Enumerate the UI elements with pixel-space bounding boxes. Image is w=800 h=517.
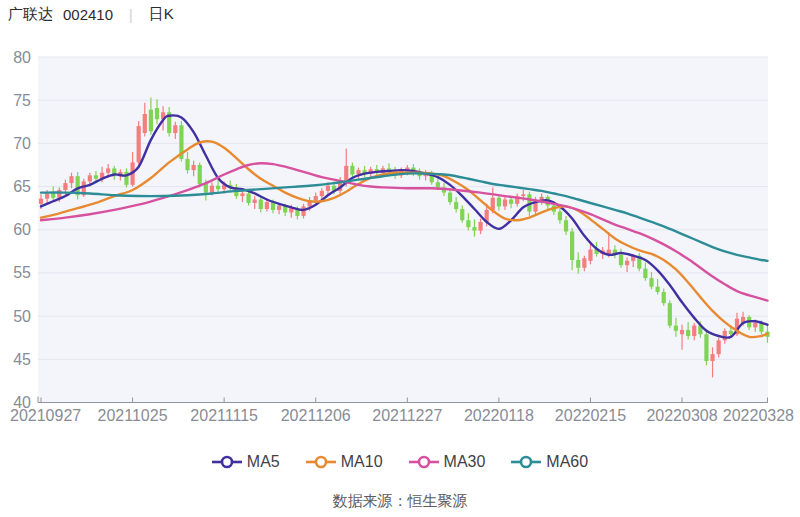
- candle-up: [320, 191, 324, 196]
- legend-label: MA30: [444, 453, 486, 471]
- candle-up: [69, 176, 73, 183]
- legend-item-ma10[interactable]: MA10: [306, 453, 383, 471]
- legend-item-ma60[interactable]: MA60: [511, 453, 588, 471]
- x-axis-label: 20210927: [10, 407, 81, 424]
- candle-up: [192, 165, 196, 170]
- candle-down: [155, 108, 159, 119]
- candle-down: [185, 159, 189, 170]
- x-axis-label: 20220308: [646, 407, 717, 424]
- candle-down: [570, 231, 574, 260]
- candle-down: [246, 193, 250, 203]
- y-axis-label: 70: [13, 135, 31, 152]
- candle-down: [204, 184, 208, 193]
- candle-down: [729, 331, 733, 334]
- candle-down: [149, 110, 153, 132]
- candle-up: [210, 186, 214, 193]
- candle-down: [674, 326, 678, 331]
- candle-down: [350, 166, 354, 175]
- candle-down: [497, 198, 501, 207]
- candle-down: [686, 330, 690, 336]
- candle-up: [45, 193, 49, 198]
- candle-down: [51, 193, 55, 197]
- candle-up: [39, 199, 43, 204]
- candle-up: [588, 250, 592, 261]
- candle-up: [173, 125, 177, 133]
- candle-up: [692, 326, 696, 336]
- candle-up: [277, 206, 281, 210]
- candle-up: [680, 330, 684, 334]
- candle-down: [558, 212, 562, 221]
- legend-label: MA60: [546, 453, 588, 471]
- data-source-note: 数据来源：恒生聚源: [0, 492, 800, 511]
- candle-up: [63, 183, 67, 190]
- candle-up: [326, 186, 330, 191]
- candle-up: [582, 258, 586, 268]
- candle-down: [454, 202, 458, 209]
- candle-up: [137, 126, 141, 162]
- x-axis-label: 20211025: [98, 407, 168, 424]
- candle-up: [143, 114, 147, 133]
- stock-chart-window: 广联达 002410 | 日K 404550556065707580202109…: [0, 0, 800, 517]
- candle-up: [717, 340, 721, 354]
- x-axis-label: 20220215: [555, 407, 626, 424]
- candle-down: [649, 278, 653, 287]
- candle-down: [704, 334, 708, 361]
- candle-down: [472, 227, 476, 230]
- candle-down: [448, 193, 452, 203]
- candle-down: [436, 182, 440, 187]
- candle-down: [466, 220, 470, 227]
- candle-down: [564, 220, 568, 231]
- candle-up: [521, 194, 525, 196]
- candle-down: [460, 209, 464, 220]
- candle-down: [662, 292, 666, 303]
- legend-line-marker-icon: [212, 454, 242, 470]
- y-axis-label: 50: [13, 308, 31, 325]
- candle-up: [57, 190, 61, 198]
- legend-label: MA5: [247, 453, 280, 471]
- legend: MA5MA10MA30MA60: [0, 453, 800, 471]
- candle-up: [625, 261, 629, 265]
- y-axis-label: 80: [13, 49, 31, 66]
- candle-down: [259, 200, 263, 210]
- legend-item-ma30[interactable]: MA30: [409, 453, 486, 471]
- candle-up: [240, 193, 244, 196]
- kline-chart[interactable]: 4045505560657075802021092720211025202111…: [0, 0, 800, 430]
- candle-up: [301, 206, 305, 216]
- legend-line-marker-icon: [511, 454, 541, 470]
- x-axis-label: 20211227: [372, 407, 442, 424]
- x-axis-label: 20211206: [281, 407, 351, 424]
- legend-item-ma5[interactable]: MA5: [212, 453, 280, 471]
- candle-up: [503, 200, 507, 207]
- candle-down: [643, 269, 647, 279]
- candle-up: [106, 168, 110, 172]
- candle-down: [656, 287, 660, 292]
- y-axis-label: 65: [13, 178, 31, 195]
- candle-up: [478, 222, 482, 231]
- candle-up: [314, 196, 318, 200]
- x-axis-label: 20220118: [464, 407, 534, 424]
- candle-down: [509, 200, 513, 204]
- y-axis-label: 55: [13, 264, 31, 281]
- candle-up: [710, 354, 714, 361]
- candle-down: [668, 303, 672, 325]
- candle-down: [94, 175, 98, 178]
- x-axis-label: 20211115: [190, 407, 258, 424]
- x-axis-label: 20220328: [723, 407, 794, 424]
- candle-down: [619, 255, 623, 265]
- candle-up: [88, 175, 92, 181]
- candle-up: [265, 202, 269, 209]
- legend-label: MA10: [341, 453, 383, 471]
- candle-up: [753, 323, 757, 327]
- y-axis-label: 45: [13, 351, 31, 368]
- y-axis-label: 75: [13, 92, 31, 109]
- candle-up: [253, 200, 257, 203]
- candle-up: [723, 331, 727, 341]
- y-axis-label: 60: [13, 221, 31, 238]
- candle-down: [216, 186, 220, 189]
- legend-line-marker-icon: [306, 454, 336, 470]
- candle-down: [576, 260, 580, 268]
- legend-line-marker-icon: [409, 454, 439, 470]
- candle-down: [198, 165, 202, 184]
